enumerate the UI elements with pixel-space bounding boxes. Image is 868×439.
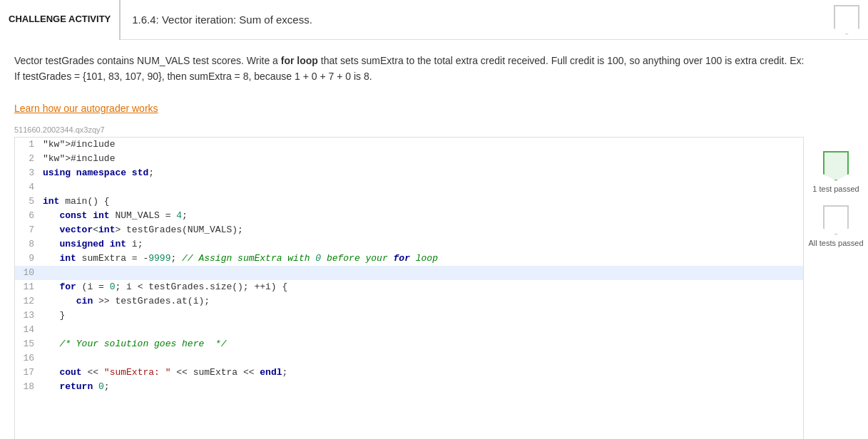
- line-number-9: 9: [15, 252, 40, 266]
- code-line-2[interactable]: 2"kw">#include: [15, 152, 803, 166]
- test2-label: All tests passed: [808, 238, 863, 248]
- line-code-7[interactable]: vector<int> testGrades(NUM_VALS);: [40, 223, 243, 237]
- editor-area: 1"kw">#include 2"kw">#include 3using nam…: [0, 137, 868, 439]
- file-id: 511660.2002344.qx3zqy7: [0, 124, 868, 137]
- line-code-11[interactable]: for (i = 0; i < testGrades.size(); ++i) …: [40, 280, 287, 294]
- challenge-label-text: CHALLENGE ACTIVITY: [9, 14, 111, 26]
- code-line-5[interactable]: 5int main() {: [15, 195, 803, 209]
- line-code-3[interactable]: using namespace std;: [40, 166, 154, 180]
- code-line-4[interactable]: 4: [15, 180, 803, 195]
- code-editor[interactable]: 1"kw">#include 2"kw">#include 3using nam…: [15, 138, 803, 439]
- line-code-4[interactable]: [40, 180, 43, 195]
- line-number-3: 3: [15, 166, 40, 180]
- test1-badge: 1 test passed: [812, 151, 859, 194]
- line-number-10: 10: [15, 266, 40, 280]
- line-number-12: 12: [15, 294, 40, 309]
- line-code-14[interactable]: [40, 323, 43, 337]
- line-code-10[interactable]: [40, 266, 43, 280]
- autograder-link[interactable]: Learn how our autograder works: [14, 103, 158, 114]
- code-line-1[interactable]: 1"kw">#include: [15, 138, 803, 152]
- code-line-8[interactable]: 8 unsigned int i;: [15, 237, 803, 252]
- code-line-9[interactable]: 9 int sumExtra = -9999; // Assign sumExt…: [15, 252, 803, 266]
- line-number-11: 11: [15, 280, 40, 294]
- line-number-16: 16: [15, 351, 40, 366]
- line-number-18: 18: [15, 380, 40, 394]
- code-line-13[interactable]: 13 }: [15, 309, 803, 323]
- line-number-13: 13: [15, 309, 40, 323]
- line-code-5[interactable]: int main() {: [40, 195, 110, 209]
- file-id-text: 511660.2002344.qx3zqy7: [14, 125, 105, 134]
- challenge-activity-label: CHALLENGE ACTIVITY: [0, 0, 121, 40]
- line-code-18[interactable]: return 0;: [40, 380, 110, 394]
- line-number-4: 4: [15, 180, 40, 195]
- code-line-16[interactable]: 16: [15, 351, 803, 366]
- test2-badge: All tests passed: [808, 205, 863, 248]
- code-line-18[interactable]: 18 return 0;: [15, 380, 803, 394]
- test1-shield-icon: [823, 151, 849, 181]
- line-code-17[interactable]: cout << "sumExtra: " << sumExtra << endl…: [40, 366, 287, 380]
- line-number-14: 14: [15, 323, 40, 337]
- header-title: 1.6.4: Vector iteration: Sum of excess.: [121, 14, 834, 26]
- header: CHALLENGE ACTIVITY 1.6.4: Vector iterati…: [0, 0, 868, 40]
- right-panel: 1 test passed All tests passed: [804, 137, 868, 439]
- header-badge-icon: [834, 5, 859, 35]
- line-number-1: 1: [15, 138, 40, 152]
- code-line-3[interactable]: 3using namespace std;: [15, 166, 803, 180]
- line-number-2: 2: [15, 152, 40, 166]
- test1-label: 1 test passed: [812, 184, 859, 194]
- line-number-8: 8: [15, 237, 40, 252]
- line-number-6: 6: [15, 209, 40, 223]
- code-line-15[interactable]: 15 /* Your solution goes here */: [15, 337, 803, 351]
- line-number-7: 7: [15, 223, 40, 237]
- line-code-15[interactable]: /* Your solution goes here */: [40, 337, 226, 351]
- code-line-11[interactable]: 11 for (i = 0; i < testGrades.size(); ++…: [15, 280, 803, 294]
- line-code-9[interactable]: int sumExtra = -9999; // Assign sumExtra…: [40, 252, 438, 266]
- test2-shield-icon: [823, 205, 849, 235]
- line-code-12[interactable]: cin >> testGrades.at(i);: [40, 294, 210, 309]
- description-text: Vector testGrades contains NUM_VALS test…: [14, 53, 806, 85]
- code-line-10[interactable]: 10: [15, 266, 803, 280]
- description-area: Vector testGrades contains NUM_VALS test…: [0, 40, 820, 124]
- code-line-17[interactable]: 17 cout << "sumExtra: " << sumExtra << e…: [15, 366, 803, 380]
- line-code-16[interactable]: [40, 351, 43, 366]
- line-code-13[interactable]: }: [40, 309, 65, 323]
- line-number-17: 17: [15, 366, 40, 380]
- line-code-2[interactable]: "kw">#include: [40, 152, 121, 166]
- line-code-1[interactable]: "kw">#include: [40, 138, 121, 152]
- line-code-8[interactable]: unsigned int i;: [40, 237, 143, 252]
- title-text: 1.6.4: Vector iteration: Sum of excess.: [132, 14, 312, 26]
- code-line-14[interactable]: 14: [15, 323, 803, 337]
- line-number-5: 5: [15, 195, 40, 209]
- code-line-7[interactable]: 7 vector<int> testGrades(NUM_VALS);: [15, 223, 803, 237]
- line-number-15: 15: [15, 337, 40, 351]
- code-editor-container[interactable]: 1"kw">#include 2"kw">#include 3using nam…: [14, 137, 804, 439]
- code-line-6[interactable]: 6 const int NUM_VALS = 4;: [15, 209, 803, 223]
- code-line-12[interactable]: 12 cin >> testGrades.at(i);: [15, 294, 803, 309]
- line-code-6[interactable]: const int NUM_VALS = 4;: [40, 209, 188, 223]
